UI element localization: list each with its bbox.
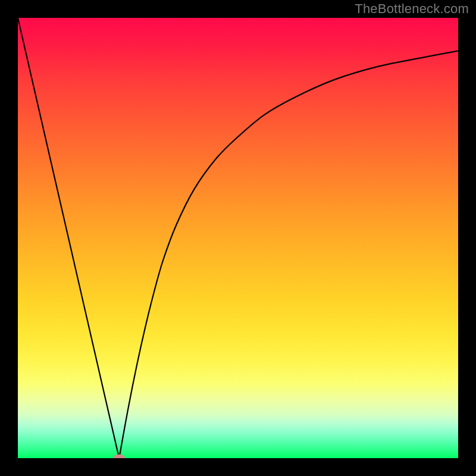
curve-layer (18, 18, 458, 458)
watermark-text: TheBottleneck.com (355, 1, 469, 17)
chart-frame: TheBottleneck.com (0, 0, 476, 476)
right-branch-curve (119, 51, 458, 459)
left-branch-curve (18, 18, 119, 458)
min-point-marker (113, 455, 125, 459)
plot-area (18, 18, 458, 458)
